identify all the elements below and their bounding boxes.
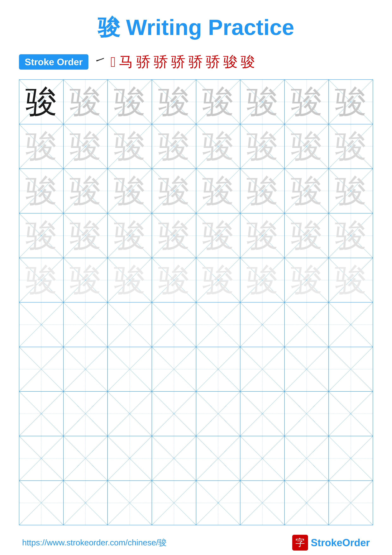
grid-cell-8-7[interactable]: [285, 392, 329, 436]
grid-cell-10-5[interactable]: [196, 481, 241, 525]
char-trace: 骏: [114, 264, 145, 296]
grid-cell-1-1[interactable]: 骏: [19, 80, 64, 124]
grid-cell-6-8[interactable]: [329, 302, 373, 347]
grid-cell-4-7[interactable]: 骏: [285, 213, 329, 258]
grid-row-3: 骏 骏 骏 骏 骏 骏 骏: [19, 169, 373, 213]
grid-cell-3-7[interactable]: 骏: [285, 169, 329, 213]
char-trace: 骏: [202, 175, 234, 207]
grid-cell-9-2[interactable]: [64, 436, 108, 481]
grid-cell-3-8[interactable]: 骏: [329, 169, 373, 213]
grid-cell-10-2[interactable]: [64, 481, 108, 525]
grid-cell-1-2[interactable]: 骏: [64, 80, 108, 124]
grid-cell-9-1[interactable]: [19, 436, 64, 481]
footer-url[interactable]: https://www.strokeorder.com/chinese/骏: [22, 537, 166, 548]
grid-cell-6-4[interactable]: [152, 302, 196, 347]
stroke-5: 骄: [154, 52, 168, 72]
grid-cell-5-4[interactable]: 骏: [152, 258, 196, 302]
grid-cell-6-7[interactable]: [285, 302, 329, 347]
grid-cell-7-6[interactable]: [240, 347, 285, 391]
grid-cell-7-1[interactable]: [19, 347, 64, 391]
char-trace: 骏: [158, 264, 190, 296]
grid-cell-9-8[interactable]: [329, 436, 373, 481]
grid-cell-4-5[interactable]: 骏: [196, 213, 241, 258]
grid-cell-7-8[interactable]: [329, 347, 373, 391]
grid-cell-5-3[interactable]: 骏: [108, 258, 152, 302]
grid-cell-2-6[interactable]: 骏: [240, 124, 285, 169]
grid-cell-4-6[interactable]: 骏: [240, 213, 285, 258]
grid-cell-9-5[interactable]: [196, 436, 241, 481]
grid-cell-2-3[interactable]: 骏: [108, 124, 152, 169]
grid-cell-8-2[interactable]: [64, 392, 108, 436]
char-trace: 骏: [202, 220, 234, 251]
grid-cell-10-3[interactable]: [108, 481, 152, 525]
char-dark: 骏: [25, 86, 57, 118]
grid-cell-4-3[interactable]: 骏: [108, 213, 152, 258]
grid-cell-5-6[interactable]: 骏: [240, 258, 285, 302]
grid-cell-1-7[interactable]: 骏: [285, 80, 329, 124]
grid-cell-9-4[interactable]: [152, 436, 196, 481]
char-trace: 骏: [202, 86, 234, 118]
grid-cell-1-8[interactable]: 骏: [329, 80, 373, 124]
grid-cell-8-8[interactable]: [329, 392, 373, 436]
stroke-7: 骄: [188, 52, 203, 72]
grid-cell-6-6[interactable]: [240, 302, 285, 347]
grid-cell-5-1[interactable]: 骏: [19, 258, 64, 302]
grid-cell-7-7[interactable]: [285, 347, 329, 391]
grid-cell-10-7[interactable]: [285, 481, 329, 525]
char-trace: 骏: [335, 264, 367, 296]
grid-cell-3-2[interactable]: 骏: [64, 169, 108, 213]
grid-cell-10-8[interactable]: [329, 481, 373, 525]
grid-cell-8-1[interactable]: [19, 392, 64, 436]
grid-cell-1-4[interactable]: 骏: [152, 80, 196, 124]
grid-cell-8-3[interactable]: [108, 392, 152, 436]
grid-cell-3-3[interactable]: 骏: [108, 169, 152, 213]
grid-cell-10-4[interactable]: [152, 481, 196, 525]
grid-cell-2-1[interactable]: 骏: [19, 124, 64, 169]
grid-cell-7-2[interactable]: [64, 347, 108, 391]
grid-cell-5-8[interactable]: 骏: [329, 258, 373, 302]
grid-cell-2-2[interactable]: 骏: [64, 124, 108, 169]
grid-cell-9-6[interactable]: [240, 436, 285, 481]
practice-grid: 骏 骏 骏 骏 骏 骏 骏: [19, 80, 373, 525]
grid-cell-5-5[interactable]: 骏: [196, 258, 241, 302]
grid-cell-3-6[interactable]: 骏: [240, 169, 285, 213]
grid-cell-4-1[interactable]: 骏: [19, 213, 64, 258]
char-trace: 骏: [114, 220, 145, 251]
grid-cell-4-8[interactable]: 骏: [329, 213, 373, 258]
grid-cell-6-2[interactable]: [64, 302, 108, 347]
grid-cell-7-4[interactable]: [152, 347, 196, 391]
char-trace: 骏: [25, 131, 57, 162]
char-trace: 骏: [25, 175, 57, 207]
grid-cell-5-7[interactable]: 骏: [285, 258, 329, 302]
grid-cell-9-7[interactable]: [285, 436, 329, 481]
grid-cell-2-7[interactable]: 骏: [285, 124, 329, 169]
grid-cell-6-1[interactable]: [19, 302, 64, 347]
grid-cell-2-5[interactable]: 骏: [196, 124, 241, 169]
grid-cell-6-5[interactable]: [196, 302, 241, 347]
grid-cell-9-3[interactable]: [108, 436, 152, 481]
grid-cell-8-5[interactable]: [196, 392, 241, 436]
grid-row-6: [19, 302, 373, 347]
char-trace: 骏: [158, 86, 190, 118]
grid-cell-7-5[interactable]: [196, 347, 241, 391]
grid-cell-4-4[interactable]: 骏: [152, 213, 196, 258]
grid-cell-2-8[interactable]: 骏: [329, 124, 373, 169]
grid-cell-3-5[interactable]: 骏: [196, 169, 241, 213]
grid-cell-3-1[interactable]: 骏: [19, 169, 64, 213]
grid-cell-10-1[interactable]: [19, 481, 64, 525]
grid-cell-1-3[interactable]: 骏: [108, 80, 152, 124]
grid-cell-10-6[interactable]: [240, 481, 285, 525]
grid-cell-5-2[interactable]: 骏: [64, 258, 108, 302]
grid-cell-6-3[interactable]: [108, 302, 152, 347]
grid-cell-7-3[interactable]: [108, 347, 152, 391]
grid-cell-8-4[interactable]: [152, 392, 196, 436]
grid-cell-2-4[interactable]: 骏: [152, 124, 196, 169]
char-trace: 骏: [291, 175, 322, 207]
grid-row-4: 骏 骏 骏 骏 骏 骏 骏: [19, 213, 373, 258]
char-trace: 骏: [247, 175, 278, 207]
grid-cell-4-2[interactable]: 骏: [64, 213, 108, 258]
grid-cell-1-6[interactable]: 骏: [240, 80, 285, 124]
grid-cell-1-5[interactable]: 骏: [196, 80, 241, 124]
grid-cell-3-4[interactable]: 骏: [152, 169, 196, 213]
grid-cell-8-6[interactable]: [240, 392, 285, 436]
